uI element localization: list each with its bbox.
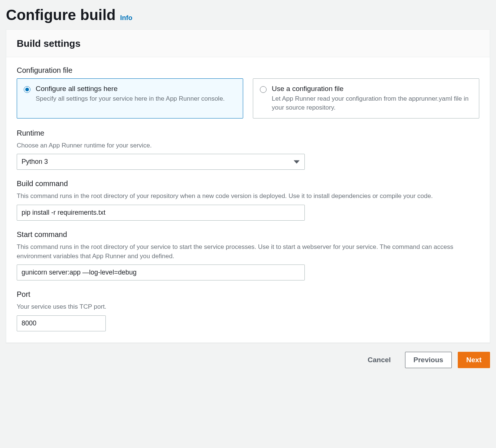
radio-use-config-file-desc: Let App Runner read your configuration f…	[272, 94, 472, 112]
panel-title: Build settings	[17, 38, 479, 49]
config-file-label: Configuration file	[17, 66, 479, 75]
port-input[interactable]	[17, 315, 106, 331]
start-command-input[interactable]	[17, 264, 305, 280]
runtime-select[interactable]: Python 3	[17, 154, 305, 170]
runtime-label: Runtime	[17, 129, 479, 137]
port-label: Port	[17, 290, 479, 299]
runtime-desc: Choose an App Runner runtime for your se…	[17, 141, 479, 150]
radio-use-config-file-title: Use a configuration file	[272, 85, 472, 93]
radio-configure-here[interactable]: Configure all settings here Specify all …	[17, 78, 243, 119]
page-title: Configure build	[6, 7, 116, 23]
info-link[interactable]: Info	[120, 14, 133, 22]
previous-button[interactable]: Previous	[405, 352, 452, 368]
radio-configure-here-title: Configure all settings here	[36, 85, 225, 93]
build-settings-panel: Build settings Configuration file Config…	[6, 29, 490, 343]
build-command-input[interactable]	[17, 205, 305, 221]
build-command-desc: This command runs in the root directory …	[17, 192, 479, 201]
cancel-button[interactable]: Cancel	[359, 352, 399, 368]
radio-dot-icon	[260, 86, 267, 93]
start-command-label: Start command	[17, 230, 479, 239]
next-button[interactable]: Next	[458, 352, 490, 368]
radio-use-config-file[interactable]: Use a configuration file Let App Runner …	[253, 78, 479, 119]
radio-configure-here-desc: Specify all settings for your service he…	[36, 94, 225, 103]
build-command-label: Build command	[17, 179, 479, 188]
radio-dot-icon	[24, 86, 30, 93]
port-desc: Your service uses this TCP port.	[17, 302, 479, 312]
start-command-desc: This command runs in the root directory …	[17, 243, 479, 261]
